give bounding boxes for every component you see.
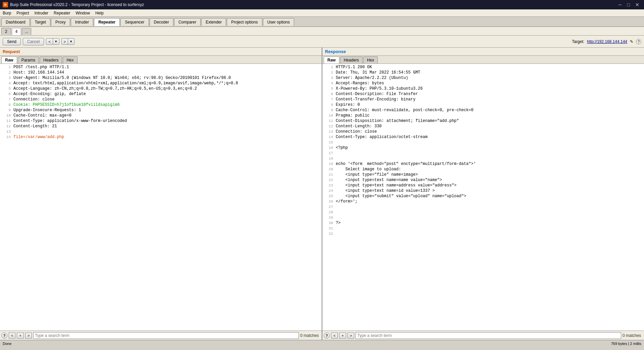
- request-tab-hex[interactable]: Hex: [63, 56, 77, 63]
- response-search-matches: 0 matches: [623, 333, 643, 338]
- response-tab-raw[interactable]: Raw: [324, 56, 339, 63]
- line-number: 25: [324, 193, 333, 199]
- response-search-forward[interactable]: >: [347, 333, 354, 339]
- tab-extender[interactable]: Extender: [201, 18, 226, 26]
- edit-icon[interactable]: ✎: [630, 39, 633, 44]
- menu-project[interactable]: Project: [14, 10, 32, 16]
- tab-target[interactable]: Target: [31, 18, 50, 26]
- response-tab-hex[interactable]: Hex: [363, 56, 378, 63]
- response-search-prev[interactable]: <: [331, 333, 338, 339]
- menu-help[interactable]: Help: [93, 10, 106, 16]
- repeater-tab-more[interactable]: ...: [22, 28, 31, 35]
- menu-window[interactable]: Window: [73, 10, 93, 16]
- request-search-forward[interactable]: >: [25, 333, 32, 339]
- request-search-next[interactable]: +: [17, 333, 23, 339]
- nav-next-group: > ▾: [61, 38, 74, 45]
- nav-next-button[interactable]: >: [62, 39, 68, 44]
- minimize-button[interactable]: ─: [616, 1, 624, 8]
- line-number: 9: [1, 107, 11, 113]
- table-row: 23 <input type=text name=address value="…: [322, 183, 644, 188]
- nav-next-dropdown-button[interactable]: ▾: [68, 39, 74, 44]
- nav-prev-dropdown-button[interactable]: ▾: [53, 39, 59, 44]
- line-content: Server: Apache/2.2.22 (Ubuntu): [336, 75, 643, 81]
- table-row: 26</form>';: [322, 199, 644, 204]
- line-content: [336, 226, 643, 231]
- request-tab-params[interactable]: Params: [18, 56, 39, 63]
- target-info: Target: http://192.168.144.144 ✎ ?: [572, 39, 641, 44]
- close-button[interactable]: ✕: [633, 1, 641, 8]
- line-number: 12: [1, 124, 11, 129]
- response-search-input[interactable]: [356, 332, 621, 339]
- title-bar-left: B Burp Suite Professional v2020.2 - Temp…: [3, 2, 144, 7]
- target-url[interactable]: http://192.168.144.144: [587, 39, 627, 44]
- request-tab-headers[interactable]: Headers: [40, 56, 62, 63]
- line-content: X-Powered-By: PHP/5.3.10-1ubuntu3.26: [336, 86, 643, 91]
- request-search-help[interactable]: ?: [1, 333, 7, 339]
- line-content: User-Agent: Mozilla/5.0 (Windows NT 10.0…: [13, 75, 320, 81]
- line-content: Content-Type: application/x-www-form-url…: [13, 118, 320, 124]
- tab-decoder[interactable]: Decoder: [150, 18, 173, 26]
- line-content: <input type=text name=name value="name">: [336, 177, 643, 183]
- response-search-help[interactable]: ?: [324, 333, 330, 339]
- request-search-input[interactable]: [33, 332, 299, 339]
- line-number: 18: [324, 156, 333, 161]
- tab-repeater[interactable]: Repeater: [94, 18, 120, 26]
- line-content: Connection: close: [13, 97, 320, 102]
- table-row: 27: [322, 204, 644, 210]
- line-content: <input type=text name=address value="add…: [336, 183, 643, 188]
- table-row: 22 <input type=text name=name value="nam…: [322, 177, 644, 183]
- table-row: 28: [322, 210, 644, 215]
- line-content: Select image to upload:: [336, 167, 643, 172]
- request-tab-raw[interactable]: Raw: [1, 56, 17, 63]
- title-bar-controls: ─ □ ✕: [616, 1, 641, 8]
- line-content: [336, 231, 643, 236]
- line-content: Content-Type: application/octet-stream: [336, 134, 643, 140]
- line-content: Expires: 0: [336, 102, 643, 107]
- line-number: 11: [1, 118, 11, 124]
- line-content: <input type="file" name=image>: [336, 172, 643, 177]
- line-content: Cache-Control: max-age=0: [13, 113, 320, 118]
- request-panel: Request Raw Params Headers Hex 1POST /te…: [0, 48, 322, 340]
- status-text: Done: [3, 342, 11, 346]
- help-icon[interactable]: ?: [636, 39, 641, 44]
- line-number: 8: [324, 102, 333, 107]
- request-search-prev[interactable]: <: [9, 333, 15, 339]
- table-row: 10Pragma: public: [322, 113, 644, 118]
- repeater-tab-2[interactable]: 2: [1, 28, 11, 35]
- line-number: 1: [1, 64, 11, 70]
- line-number: 21: [324, 172, 333, 177]
- cancel-button[interactable]: Cancel: [23, 38, 44, 45]
- table-row: 1HTTP/1.1 200 OK: [322, 64, 644, 70]
- tab-user-options[interactable]: User options: [263, 18, 294, 26]
- table-row: 3Server: Apache/2.2.22 (Ubuntu): [322, 75, 644, 81]
- table-row: 14file=/var/www/add.php: [0, 134, 322, 140]
- line-number: 32: [324, 231, 333, 236]
- toolbar: Send Cancel < ▾ > ▾ Target: http://192.1…: [0, 36, 644, 48]
- tab-sequencer[interactable]: Sequencer: [120, 18, 149, 26]
- menu-repeater[interactable]: Repeater: [51, 10, 73, 16]
- maximize-button[interactable]: □: [625, 1, 632, 8]
- table-row: 15: [322, 140, 644, 145]
- line-content: file=/var/www/add.php: [13, 134, 320, 140]
- table-row: 30?>: [322, 220, 644, 226]
- menu-burp[interactable]: Burp: [0, 10, 14, 16]
- response-search-next[interactable]: +: [339, 333, 346, 339]
- tab-dashboard[interactable]: Dashboard: [1, 18, 30, 26]
- tab-project-options[interactable]: Project options: [227, 18, 262, 26]
- line-content: Upgrade-Insecure-Requests: 1: [13, 107, 320, 113]
- tab-intruder[interactable]: Intruder: [71, 18, 93, 26]
- table-row: 16<?php: [322, 145, 644, 150]
- table-row: 2Host: 192.168.144.144: [0, 70, 322, 75]
- line-content: <input type="submit" value="upload" name…: [336, 193, 643, 199]
- send-button[interactable]: Send: [3, 38, 21, 45]
- table-row: 5X-Powered-By: PHP/5.3.10-1ubuntu3.26: [322, 86, 644, 91]
- table-row: 8Expires: 0: [322, 102, 644, 107]
- tab-proxy[interactable]: Proxy: [51, 18, 70, 26]
- repeater-tab-4[interactable]: 4: [12, 28, 21, 35]
- line-number: 27: [324, 204, 333, 210]
- menu-intruder[interactable]: Intruder: [32, 10, 51, 16]
- nav-prev-button[interactable]: <: [46, 39, 53, 44]
- menu-bar: Burp Project Intruder Repeater Window He…: [0, 9, 644, 17]
- tab-comparer[interactable]: Comparer: [174, 18, 201, 26]
- response-tab-headers[interactable]: Headers: [340, 56, 363, 63]
